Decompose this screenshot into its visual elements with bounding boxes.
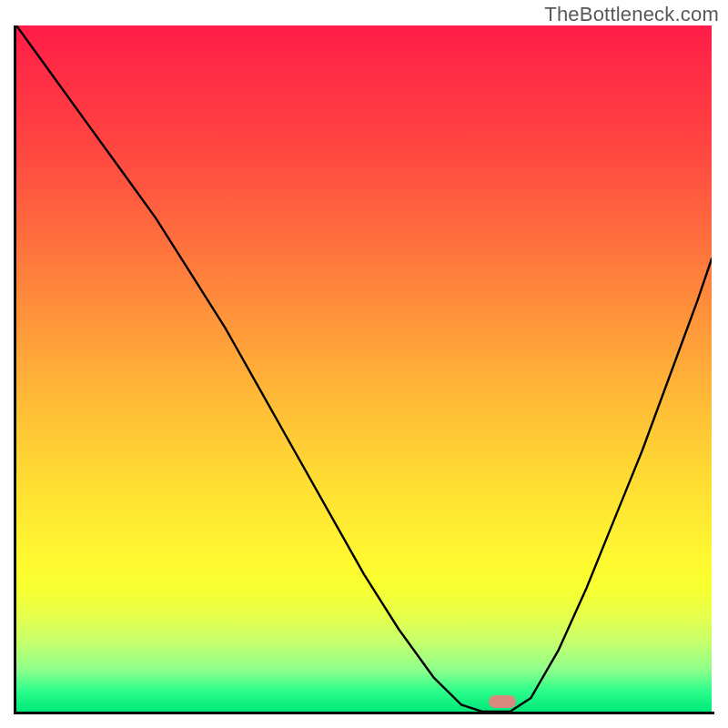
- plot-area: [16, 25, 712, 712]
- chart-container: { "watermark": "TheBottleneck.com", "col…: [0, 0, 728, 728]
- curve-path: [16, 25, 712, 712]
- watermark-text: TheBottleneck.com: [544, 3, 719, 26]
- bottleneck-curve: [16, 25, 712, 712]
- optimal-marker: [489, 695, 516, 708]
- y-axis: [14, 25, 16, 714]
- x-axis: [14, 712, 714, 714]
